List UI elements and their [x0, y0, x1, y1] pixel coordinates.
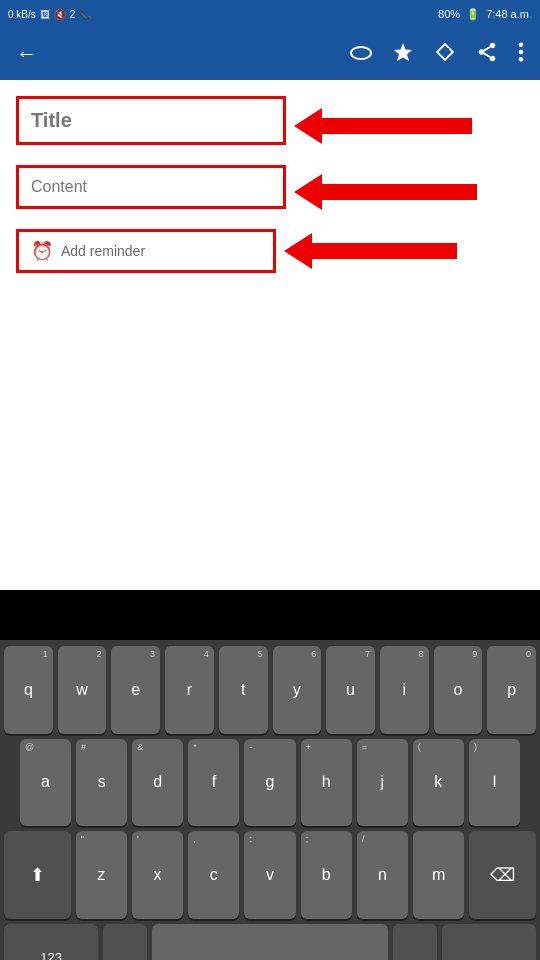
key-c[interactable]: ,c — [188, 831, 239, 919]
keyboard-gap — [0, 590, 540, 640]
toolbar: ← — [0, 28, 540, 80]
svg-point-4 — [479, 49, 485, 55]
key-k[interactable]: (k — [413, 739, 464, 827]
key-r[interactable]: 4r — [165, 646, 214, 734]
title-input[interactable] — [31, 109, 271, 132]
shift-key[interactable]: ⬆ — [4, 831, 71, 919]
content-arrow — [294, 174, 477, 210]
key-a[interactable]: @a — [20, 739, 71, 827]
key-o[interactable]: 9o — [434, 646, 483, 734]
key-y[interactable]: 6y — [273, 646, 322, 734]
svg-point-9 — [519, 49, 524, 54]
svg-point-5 — [490, 55, 496, 60]
key-p[interactable]: 0p — [487, 646, 536, 734]
key-t[interactable]: 5t — [219, 646, 268, 734]
key-q[interactable]: 1q — [4, 646, 53, 734]
num-label: 123 — [40, 950, 62, 960]
key-s[interactable]: #s — [76, 739, 127, 827]
battery-icon: 🔋 — [466, 8, 480, 21]
svg-point-2 — [446, 47, 449, 50]
key-x[interactable]: 'x — [132, 831, 183, 919]
num-key[interactable]: 123 🎤 — [4, 924, 98, 961]
key-f[interactable]: *f — [188, 739, 239, 827]
key-v[interactable]: :v — [244, 831, 295, 919]
reminder-label[interactable]: Add reminder — [61, 243, 145, 259]
note-area: ⏰ Add reminder — [0, 80, 540, 590]
keyboard: 1q 2w 3e 4r 5t 6y 7u 8i 9o 0p @a #s &d *… — [0, 640, 540, 960]
key-b[interactable]: ;b — [301, 831, 352, 919]
next-key[interactable]: Next — [442, 924, 536, 961]
period-key[interactable]: . — [393, 924, 437, 961]
key-e[interactable]: 3e — [111, 646, 160, 734]
tag-icon[interactable] — [426, 33, 464, 76]
backspace-key[interactable]: ⌫ — [469, 831, 536, 919]
svg-line-7 — [484, 46, 490, 50]
clock: 7:48 a.m. — [486, 8, 532, 20]
reminder-arrow — [284, 233, 457, 269]
attach-icon[interactable] — [342, 36, 380, 73]
back-button[interactable]: ← — [8, 33, 46, 75]
key-m[interactable]: m — [413, 831, 464, 919]
keyboard-row-bottom: 123 🎤 , ◄ English ► . Next — [4, 924, 536, 961]
mute-icon: 🔇 — [54, 9, 66, 20]
comma-key[interactable]: , — [103, 924, 147, 961]
reminder-clock-icon: ⏰ — [31, 240, 53, 262]
svg-line-6 — [484, 53, 490, 57]
title-arrow — [294, 108, 472, 144]
key-w[interactable]: 2w — [58, 646, 107, 734]
star-icon[interactable] — [384, 33, 422, 76]
status-bar: 0 kB/s 🖼 🔇 2 📞 80% 🔋 7:48 a.m. — [0, 0, 540, 28]
sd-icon: 🖼 — [40, 9, 50, 20]
key-h[interactable]: +h — [301, 739, 352, 827]
key-z[interactable]: "z — [76, 831, 127, 919]
more-options-icon[interactable] — [510, 33, 532, 76]
keyboard-row-3: ⬆ "z 'x ,c :v ;b /n m ⌫ — [4, 831, 536, 919]
notification-badge: 2 — [70, 9, 76, 20]
content-input[interactable] — [31, 178, 271, 196]
svg-point-3 — [490, 42, 496, 48]
svg-point-0 — [351, 47, 371, 59]
status-right: 80% 🔋 7:48 a.m. — [438, 8, 532, 21]
data-speed: 0 kB/s — [8, 9, 36, 20]
keyboard-row-1: 1q 2w 3e 4r 5t 6y 7u 8i 9o 0p — [4, 646, 536, 734]
svg-marker-1 — [394, 43, 412, 61]
key-l[interactable]: )l — [469, 739, 520, 827]
status-left: 0 kB/s 🖼 🔇 2 📞 — [8, 9, 91, 20]
share-icon[interactable] — [468, 33, 506, 76]
key-n[interactable]: /n — [357, 831, 408, 919]
phone-icon: 📞 — [79, 9, 91, 20]
key-u[interactable]: 7u — [326, 646, 375, 734]
key-j[interactable]: =j — [357, 739, 408, 827]
key-g[interactable]: -g — [244, 739, 295, 827]
svg-point-8 — [519, 42, 524, 47]
space-key[interactable]: ◄ English ► — [152, 924, 388, 961]
svg-point-10 — [519, 57, 524, 62]
keyboard-row-2: @a #s &d *f -g +h =j (k )l — [4, 739, 536, 827]
battery-level: 80% — [438, 8, 460, 20]
key-d[interactable]: &d — [132, 739, 183, 827]
key-i[interactable]: 8i — [380, 646, 429, 734]
